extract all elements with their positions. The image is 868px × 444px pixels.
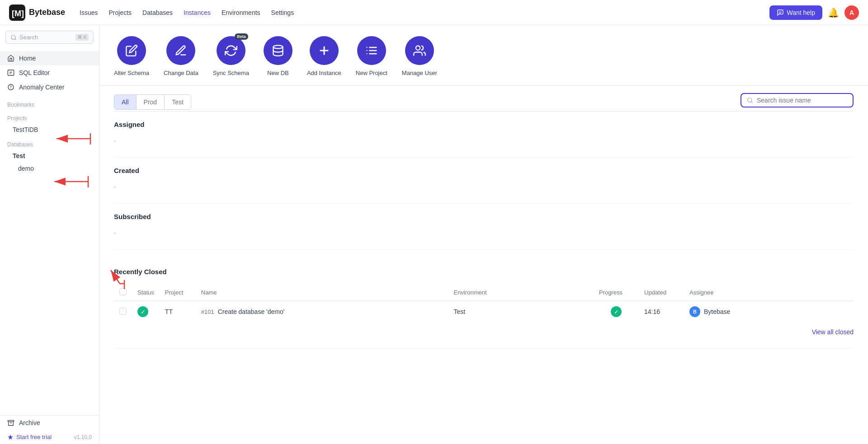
- col-progress-header: Progress: [594, 285, 639, 301]
- change-data-icon: [166, 36, 195, 65]
- filter-tab-test[interactable]: Test: [164, 94, 191, 110]
- row-updated-cell: 14:16: [639, 301, 684, 323]
- quick-action-change-data[interactable]: Change Data: [164, 36, 198, 76]
- sidebar-item-home[interactable]: Home: [0, 51, 99, 65]
- sidebar-anomaly-label: Anomaly Center: [19, 84, 64, 91]
- filter-tabs-group: All Prod Test: [114, 94, 191, 110]
- nav-environments[interactable]: Environments: [222, 7, 260, 18]
- col-name-header: Name: [196, 285, 448, 301]
- sync-schema-icon: Beta: [217, 36, 245, 65]
- databases-section-label: Databases: [0, 136, 99, 150]
- quick-action-alter-schema[interactable]: Alter Schema: [114, 36, 149, 76]
- subscribed-empty: -: [114, 226, 854, 240]
- svg-point-21: [416, 46, 420, 50]
- brand-logo-area[interactable]: [M] Bytebase: [9, 5, 65, 21]
- bookmarks-label: Bookmarks: [0, 96, 99, 110]
- brand-name: Bytebase: [29, 8, 65, 17]
- nav-projects[interactable]: Projects: [109, 7, 132, 18]
- alter-schema-icon: [117, 36, 146, 65]
- user-avatar[interactable]: A: [844, 5, 859, 20]
- assigned-section: Assigned -: [114, 112, 854, 158]
- sidebar-db-test-group: Test: [0, 150, 99, 162]
- chat-icon: [777, 9, 784, 16]
- row-assignee-cell: B Bytebase: [684, 301, 854, 323]
- bytebase-logo: [M]: [9, 5, 25, 21]
- archive-icon: [7, 419, 14, 426]
- view-all-closed-link[interactable]: View all closed: [114, 323, 854, 339]
- nav-instances[interactable]: Instances: [184, 7, 211, 18]
- sidebar-item-sql-editor[interactable]: SQL Editor: [0, 65, 99, 80]
- search-placeholder: Search: [19, 34, 73, 41]
- svg-rect-3: [8, 70, 14, 75]
- sidebar-sql-editor-label: SQL Editor: [19, 69, 50, 76]
- start-free-trial-button[interactable]: Start free trial: [7, 434, 52, 440]
- recently-closed-table: Status Project Name Environment Progress…: [114, 285, 854, 323]
- quick-action-new-project[interactable]: New Project: [356, 36, 387, 76]
- navbar: [M] Bytebase Issues Projects Databases I…: [0, 0, 868, 25]
- created-title: Created: [114, 167, 854, 174]
- sidebar-nav: Home SQL Editor Anomaly Center: [0, 49, 99, 96]
- created-empty: -: [114, 180, 854, 194]
- quick-action-manage-user[interactable]: Manage User: [402, 36, 437, 76]
- row-env-cell: Test: [448, 301, 594, 323]
- assigned-title: Assigned: [114, 121, 854, 128]
- search-issue-input[interactable]: [757, 97, 847, 104]
- row-checkbox-cell: [114, 301, 132, 323]
- sidebar-archive-label: Archive: [19, 419, 40, 426]
- main-nav: Issues Projects Databases Instances Envi…: [80, 7, 755, 18]
- sidebar-search[interactable]: Search ⌘ K: [5, 31, 94, 44]
- created-section: Created -: [114, 158, 854, 204]
- recently-closed-section: Recently Closed Status Project Name Envi…: [114, 250, 854, 349]
- nav-issues[interactable]: Issues: [80, 7, 98, 18]
- sql-editor-icon: [7, 69, 14, 76]
- search-kbd: ⌘ K: [75, 34, 89, 41]
- recently-closed-title: Recently Closed: [114, 259, 854, 281]
- issues-section: All Prod Test Assigned - C: [99, 86, 868, 349]
- progress-check-icon: ✓: [611, 306, 622, 317]
- row-assignee-inner: B Bytebase: [689, 306, 848, 317]
- new-db-icon: [264, 36, 292, 65]
- sparkle-icon: [7, 434, 14, 440]
- row-project: TT: [165, 308, 173, 315]
- quick-action-sync-schema[interactable]: Beta Sync Schema: [213, 36, 249, 76]
- select-all-checkbox[interactable]: [119, 288, 127, 295]
- new-project-icon: [357, 36, 386, 65]
- row-name-cell: #101 Create database 'demo': [196, 301, 448, 323]
- svg-point-8: [10, 88, 11, 89]
- add-instance-icon: [310, 36, 339, 65]
- nav-databases[interactable]: Databases: [142, 7, 173, 18]
- col-assignee-header: Assignee: [684, 285, 854, 301]
- search-issue-container[interactable]: [741, 93, 854, 107]
- want-help-button[interactable]: Want help: [769, 5, 822, 20]
- assignee-avatar: B: [689, 306, 700, 317]
- svg-rect-9: [8, 421, 14, 422]
- col-env-header: Environment: [448, 285, 594, 301]
- row-checkbox[interactable]: [119, 308, 127, 315]
- filter-tab-all[interactable]: All: [114, 94, 137, 110]
- search-icon: [10, 34, 17, 41]
- sidebar-item-archive[interactable]: Archive: [0, 416, 99, 430]
- row-issue-name: Create database 'demo': [218, 308, 285, 315]
- sidebar-item-demo[interactable]: demo: [0, 162, 99, 175]
- manage-user-icon: [405, 36, 434, 65]
- sidebar-item-testtidb[interactable]: TestTiDB: [0, 123, 99, 136]
- assigned-empty: -: [114, 134, 854, 148]
- table-header-row: Status Project Name Environment Progress…: [114, 285, 854, 301]
- main-content: Alter Schema Change Data Beta: [99, 25, 868, 444]
- quick-action-add-instance[interactable]: Add Instance: [307, 36, 341, 76]
- sidebar-item-anomaly-center[interactable]: Anomaly Center: [0, 80, 99, 94]
- svg-marker-11: [8, 435, 13, 439]
- projects-section-label: Projects: [0, 110, 99, 123]
- notification-bell-icon[interactable]: 🔔: [828, 7, 839, 18]
- table-row[interactable]: ✓ TT #101 Create database 'demo' Test: [114, 301, 854, 323]
- filter-tab-prod[interactable]: Prod: [136, 94, 165, 110]
- subscribed-section: Subscribed -: [114, 204, 854, 250]
- version-label: v1.10.0: [74, 434, 92, 440]
- quick-action-new-db[interactable]: New DB: [264, 36, 292, 76]
- sidebar: Search ⌘ K Home SQL Editor: [0, 25, 99, 444]
- quick-actions-bar: Alter Schema Change Data Beta: [99, 25, 868, 86]
- nav-settings[interactable]: Settings: [271, 7, 294, 18]
- anomaly-icon: [7, 84, 14, 91]
- sidebar-home-label: Home: [19, 55, 36, 62]
- col-project-header: Project: [160, 285, 196, 301]
